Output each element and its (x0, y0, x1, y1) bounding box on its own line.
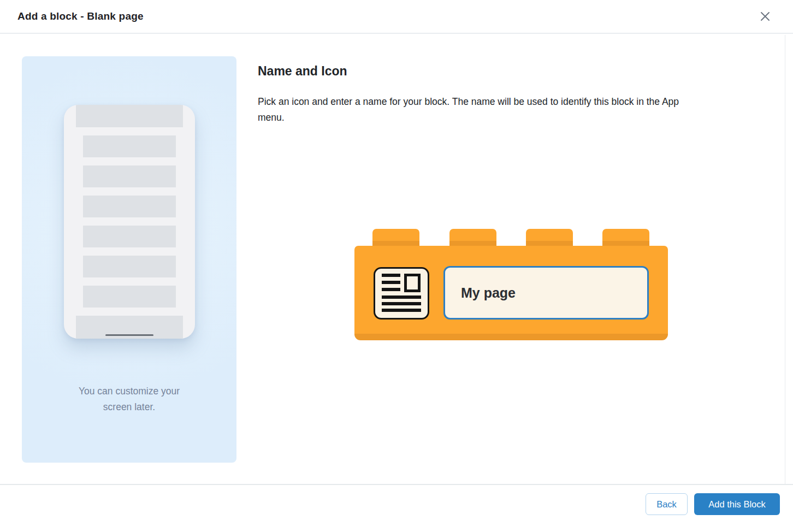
preview-panel: You can customize your screen later. (22, 56, 236, 463)
brick-body (354, 246, 668, 340)
phone-header-placeholder (76, 105, 183, 127)
page-title: Name and Icon (258, 64, 347, 79)
phone-content-placeholder (83, 196, 176, 217)
phone-content-placeholder (83, 165, 176, 187)
phone-content-placeholder (83, 226, 176, 247)
preview-caption: You can customize your screen later. (64, 383, 195, 415)
scrollbar-gutter (785, 35, 785, 484)
close-button[interactable] (757, 8, 773, 25)
close-icon (759, 10, 772, 23)
brick-stud (449, 229, 496, 246)
phone-home-indicator (105, 334, 153, 336)
block-brick-illustration (354, 229, 668, 340)
section-description: Pick an icon and enter a name for your b… (258, 94, 755, 126)
description-line: menu. (258, 110, 755, 126)
block-name-input[interactable] (443, 266, 649, 320)
preview-caption-line: screen later. (64, 399, 195, 415)
add-this-block-button[interactable]: Add this Block (694, 493, 780, 515)
modal-footer: Back Add this Block (0, 484, 793, 532)
document-icon (382, 274, 421, 314)
phone-mockup (64, 105, 195, 339)
brick-stud (372, 229, 419, 246)
back-button[interactable]: Back (646, 493, 688, 515)
modal-header: Add a block - Blank page (0, 0, 793, 34)
brick-stud (526, 229, 573, 246)
modal-title: Add a block - Blank page (17, 10, 144, 22)
icon-picker-button[interactable] (374, 267, 429, 320)
phone-content-placeholder (83, 135, 176, 157)
description-line: Pick an icon and enter a name for your b… (258, 94, 755, 110)
preview-caption-line: You can customize your (64, 383, 195, 399)
phone-content-placeholder (83, 286, 176, 308)
phone-content-placeholder (83, 256, 176, 277)
brick-stud (602, 229, 649, 246)
